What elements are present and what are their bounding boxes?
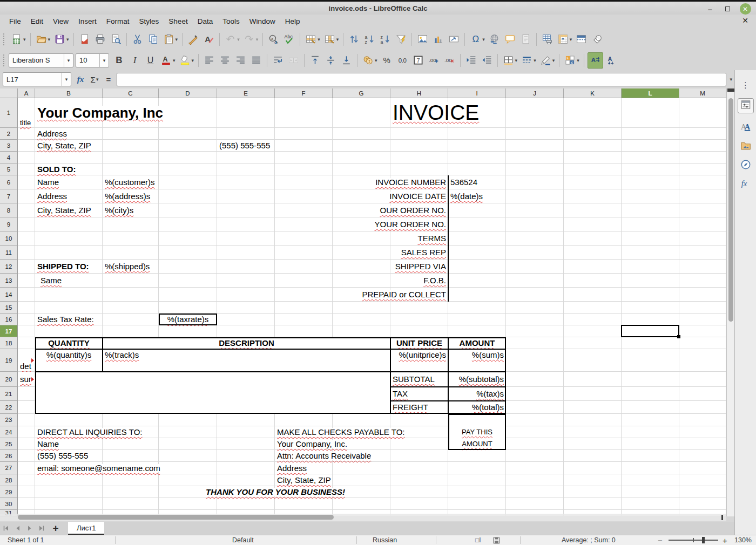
vertical-scrollbar[interactable] [726,88,734,516]
copy-button[interactable] [146,31,160,47]
cell-H9[interactable]: YOUR ORDER NO. [390,217,448,231]
menu-insert[interactable]: Insert [73,16,102,27]
column-header-B[interactable]: B [35,88,103,98]
spreadsheet-grid[interactable]: ABCDEFGHIJKLM123456789101112131415161718… [0,88,726,516]
row-header-10[interactable]: 10 [0,231,18,246]
cell-C8[interactable]: %(city)s [103,203,159,217]
zoom-slider[interactable] [665,535,721,545]
insert-image-button[interactable] [415,31,430,47]
cell-A19[interactable]: det [18,349,35,372]
border-style-button[interactable]: ▾ [519,52,537,69]
conditional-dropdown-icon[interactable]: ▾ [577,58,579,63]
center-vertically-button[interactable] [323,52,338,69]
border-color-dropdown-icon[interactable]: ▾ [552,58,555,63]
insert-comment-button[interactable] [503,31,517,47]
print-preview-button[interactable] [109,31,123,47]
cell-H12[interactable]: SHIPPED VIA [390,260,448,274]
highlight-color-button[interactable]: ▾ [178,52,195,69]
text-ltr-button[interactable]: A [588,52,603,69]
column-header-C[interactable]: C [103,88,159,98]
align-left-button[interactable] [202,52,217,69]
expand-formula-bar-icon[interactable]: ▾ [730,77,732,82]
cell-F26[interactable]: Attn: Accounts Receivable [275,450,333,462]
add-decimal-button[interactable]: .00 [427,52,441,69]
row-header-15[interactable]: 15 [0,302,18,314]
row-header-23[interactable]: 23 [0,414,18,426]
merge-cells-button[interactable] [286,52,301,69]
special-character-button[interactable]: Ω▾ [468,31,486,47]
column-header-L[interactable]: L [622,88,679,98]
row-header-3[interactable]: 3 [0,140,18,152]
cell-H6[interactable]: INVOICE NUMBER [390,175,448,189]
cell-H14[interactable]: PREPAID or COLLECT [390,288,448,302]
cell-C12[interactable]: %(shipped)s [103,260,159,274]
cell-F25[interactable]: Your Company, Inc. [275,438,333,450]
cell-H7[interactable]: INVOICE DATE [390,189,448,203]
headers-footers-button[interactable] [518,31,533,47]
chevron-down-icon[interactable]: ▾ [99,54,109,67]
font-color-dropdown-icon[interactable]: ▾ [173,58,176,63]
insert-hyperlink-button[interactable] [487,31,502,47]
menu-help[interactable]: Help [280,16,305,27]
cell-B6[interactable]: Name [35,175,103,189]
gallery-button[interactable] [738,139,754,154]
vertical-scrollbar-thumb[interactable] [728,98,733,322]
text-language[interactable]: Russian [373,535,397,545]
column-dropdown-icon[interactable]: ▾ [336,37,339,42]
next-sheet-button[interactable] [24,522,36,535]
row-header-26[interactable]: 26 [0,450,18,462]
borders-dropdown-icon[interactable]: ▾ [515,58,518,63]
styles-button[interactable]: AA [738,120,754,135]
sidebar-settings-button[interactable]: ⋮ [738,78,754,93]
row-header-28[interactable]: 28 [0,474,18,486]
menu-file[interactable]: File [4,16,26,27]
open-dropdown-icon[interactable]: ▾ [48,37,51,42]
row-header-16[interactable]: 16 [0,314,18,325]
restore-button[interactable] [720,2,734,16]
insert-chart-button[interactable] [431,31,446,47]
sort-descending-button[interactable]: za [378,31,393,47]
cell-cursor[interactable] [621,325,679,337]
sort-button[interactable] [347,31,361,47]
toolbar-grip[interactable] [3,33,4,45]
formula-button[interactable]: = [102,72,116,86]
font-size-combobox[interactable]: 10 ▾ [76,53,109,67]
zoom-slider-track[interactable] [669,540,718,541]
justify-button[interactable] [249,52,264,69]
row-header-7[interactable]: 7 [0,189,18,203]
close-document-icon[interactable]: ✕ [742,16,748,25]
close-button[interactable]: ✕ [738,2,753,16]
zoom-out-button[interactable]: − [658,535,663,545]
spelling-button[interactable]: Abc [282,31,296,47]
export-pdf-button[interactable] [77,31,92,47]
row-header-25[interactable]: 25 [0,438,18,450]
zoom-slider-thumb[interactable] [702,537,705,543]
border-style-dropdown-icon[interactable]: ▾ [534,58,536,63]
freeze-panes-button[interactable] [574,31,589,47]
row-header-1[interactable]: 1 [0,98,18,128]
column-header-D[interactable]: D [159,88,217,98]
navigator-button[interactable] [738,158,754,173]
row-header-21[interactable]: 21 [0,387,18,401]
menu-sheet[interactable]: Sheet [164,16,192,27]
currency-dropdown-icon[interactable]: ▾ [375,58,377,63]
special-character-dropdown-icon[interactable]: ▾ [482,37,485,42]
increase-indent-button[interactable] [464,52,478,69]
column-header-H[interactable]: H [390,88,448,98]
menu-format[interactable]: Format [102,16,134,27]
horizontal-split-handle[interactable] [721,515,723,520]
row-header-6[interactable]: 6 [0,175,18,189]
selection-mode-icon[interactable]: □I [475,535,481,545]
paste-dropdown-icon[interactable]: ▾ [176,37,178,42]
row-header-27[interactable]: 27 [0,462,18,474]
row-header-4[interactable]: 4 [0,152,18,164]
sheet-info[interactable]: Sheet 1 of 1 [8,535,44,545]
menu-data[interactable]: Data [193,16,218,27]
first-sheet-button[interactable] [0,522,12,535]
print-button[interactable] [93,31,107,47]
row-header-19[interactable]: 19 [0,349,18,372]
row-header-12[interactable]: 12 [0,260,18,274]
borders-button[interactable]: ▾ [501,52,519,69]
cell-H8[interactable]: OUR ORDER NO. [390,203,448,217]
open-button[interactable]: ▾ [34,31,52,47]
